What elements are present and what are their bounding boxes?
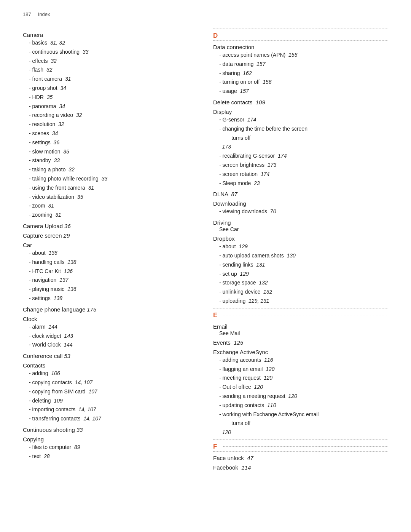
entry-sub-list: - viewing downloads 70 (213, 207, 388, 216)
entry-title: Conference call53 (23, 353, 198, 359)
section-divider-bottom (213, 40, 388, 41)
entry-sub-item: - resolution 32 (29, 120, 198, 129)
entry-sub-item: - sharing 162 (219, 69, 388, 78)
entry-sub-list: - alarm 144- clock widget 143- World Clo… (23, 323, 198, 350)
entry-sub-item: - playing music 136 (29, 285, 198, 294)
entry-title: Camera (23, 32, 198, 38)
entry-sub-item: - G-sensor 174 (219, 115, 388, 125)
entry-sub-item: - zoom 31 (29, 201, 198, 211)
entry-sub-item: - viewing downloads 70 (219, 207, 388, 216)
index-entry: Continuous shooting33 (23, 427, 198, 433)
section-divider-bottom (213, 451, 388, 452)
entry-title: DLNA 87 (213, 191, 388, 197)
entry-title: Events 125 (213, 339, 388, 346)
entry-title: Facebook 114 (213, 464, 388, 471)
index-entry: Car- about 136- handling calls 138- HTC … (23, 242, 198, 303)
index-entry: Face unlock 47 (213, 455, 388, 461)
entry-sub-item: - flash 32 (29, 66, 198, 75)
entry-sub-item: - turning on or off 156 (219, 78, 388, 87)
entry-sub-item: - navigation 137 (29, 276, 198, 285)
entry-sub-item: - usage 157 (219, 87, 388, 96)
entry-sub-item: - basics 31, 32 (29, 38, 198, 48)
entry-sub-item: - set up 129 (219, 270, 388, 279)
index-entry: Dropbox- about 129- auto upload camera s… (213, 235, 388, 306)
entry-sub-list: - G-sensor 174- changing the time before… (213, 115, 388, 188)
entry-sub-item: - settings 138 (29, 294, 198, 303)
entry-note: See Mail (213, 330, 388, 336)
entry-sub-item: - transferring contacts 14, 107 (29, 414, 198, 423)
index-entry: Clock- alarm 144- clock widget 143- Worl… (23, 316, 198, 350)
section-letter-char: E (213, 312, 220, 319)
page-number: 187 (23, 11, 31, 17)
entry-sub-item: - handling calls 138 (29, 258, 198, 267)
index-entry: Downloading- viewing downloads 70 (213, 200, 388, 216)
entry-sub-item: - deleting 109 (29, 396, 198, 406)
index-entry: Exchange ActiveSync- adding accounts 116… (213, 349, 388, 437)
entry-sub-item: - group shot 34 (29, 84, 198, 93)
entry-title: Face unlock 47 (213, 455, 388, 461)
entry-sub-item: - updating contacts 110 (219, 401, 388, 410)
section-letter-row: F (213, 443, 388, 451)
entry-sub-item-wrapped: - working with Exchange ActiveSync email… (219, 410, 388, 437)
entry-sub-item: - adding 106 (29, 369, 198, 378)
entry-sub-item: - data roaming 157 (219, 60, 388, 69)
entry-title: Continuous shooting33 (23, 427, 198, 433)
entry-sub-item: - auto upload camera shots 130 (219, 251, 388, 260)
entry-sub-item: - settings 36 (29, 138, 198, 147)
entry-sub-item: - Out of office 120 (219, 383, 388, 392)
right-column: DData connection- access point names (AP… (213, 29, 388, 473)
entry-sub-item: - copying contacts 14, 107 (29, 378, 198, 387)
entry-title: Exchange ActiveSync (213, 349, 388, 355)
entry-sub-list: - access point names (APN) 156- data roa… (213, 51, 388, 96)
entry-title: Dropbox (213, 235, 388, 242)
entry-sub-list: - about 136- handling calls 138- HTC Car… (23, 249, 198, 303)
index-entry: DrivingSee Car (213, 219, 388, 232)
section-letter-char: D (213, 32, 220, 40)
entry-title: Copying (23, 436, 198, 443)
entry-sub-item: - alarm 144 (29, 323, 198, 332)
index-entry: Capture screen29 (23, 232, 198, 239)
section-letter-divider (223, 36, 388, 36)
index-entry: Contacts- adding 106- copying contacts 1… (23, 362, 198, 423)
entry-sub-list: - adding accounts 116- flagging an email… (213, 356, 388, 437)
index-entry: Facebook 114 (213, 464, 388, 471)
entry-title: Capture screen29 (23, 232, 198, 239)
page-header: 187 Index (23, 11, 388, 17)
entry-sub-item: - uploading 129, 131 (219, 297, 388, 306)
entry-title: Camera Upload36 (23, 223, 198, 229)
entry-title: Contacts (23, 362, 198, 369)
section-letter-row: E (213, 312, 388, 319)
index-entry: Conference call53 (23, 353, 198, 359)
entry-sub-item: - slow motion 35 (29, 147, 198, 157)
section-letter-divider (223, 446, 388, 447)
entry-sub-item: - Sleep mode 23 (219, 179, 388, 188)
entry-sub-item: - HTC Car Kit 136 (29, 267, 198, 276)
entry-sub-list: - adding 106- copying contacts 14, 107- … (23, 369, 198, 423)
section-divider (213, 308, 388, 308)
entry-sub-item: - zooming 31 (29, 211, 198, 220)
entry-title: Driving (213, 219, 388, 226)
entry-sub-item: - storage space 132 (219, 278, 388, 288)
index-entry: Data connection- access point names (APN… (213, 44, 388, 96)
entry-sub-item: - sending links 131 (219, 260, 388, 270)
entry-sub-item: - video stabilization 35 (29, 193, 198, 202)
entry-sub-item: - screen brightness 173 (219, 161, 388, 170)
section-divider-bottom (213, 320, 388, 320)
section-letter-char: F (213, 443, 220, 451)
entry-title: Email (213, 323, 388, 330)
entry-sub-item: - files to computer 89 (29, 443, 198, 452)
index-columns: Camera- basics 31, 32- continuous shooti… (23, 29, 388, 473)
entry-sub-item: - using the front camera 31 (29, 184, 198, 193)
entry-sub-item: - recording a video 32 (29, 111, 198, 120)
entry-sub-item: - continuous shooting 33 (29, 48, 198, 57)
index-entry: EmailSee Mail (213, 323, 388, 336)
section-label: Index (38, 11, 50, 17)
entry-title: Car (23, 242, 198, 248)
index-entry: Display- G-sensor 174- changing the time… (213, 109, 388, 188)
entry-note: See Car (213, 226, 388, 232)
entry-title: Delete contacts 109 (213, 99, 388, 105)
index-entry: Camera Upload36 (23, 223, 198, 229)
section-divider (213, 439, 388, 440)
index-entry: DLNA 87 (213, 191, 388, 197)
entry-sub-item: - recalibrating G-sensor 174 (219, 152, 388, 161)
